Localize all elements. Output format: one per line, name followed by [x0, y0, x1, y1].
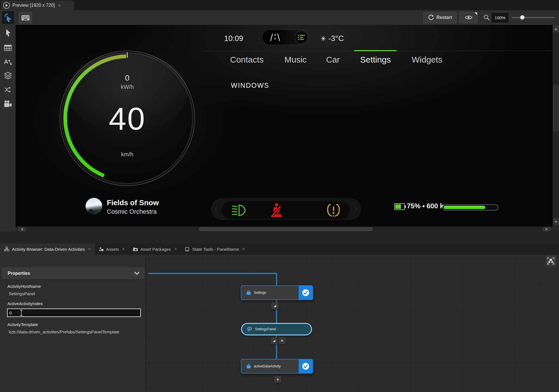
node-label: SettingsPanel: [255, 327, 276, 331]
properties-header[interactable]: Properties: [2, 267, 144, 280]
layers-tool-button[interactable]: [2, 70, 14, 82]
hmi-tab-widgets[interactable]: Widgets: [412, 55, 442, 65]
dropdown-corner-icon: [475, 12, 477, 15]
vertical-scroll-thumb[interactable]: [554, 85, 558, 132]
toolbar-separator: [17, 12, 17, 23]
toggle-knob[interactable]: [295, 31, 308, 44]
assets-icon: [99, 247, 104, 252]
preview-canvas: 10:09 ✳ -3°C Contacts: [16, 25, 552, 226]
battery-progress-bar: [442, 204, 498, 211]
pointer-interact-tool-button[interactable]: [2, 11, 14, 24]
branch-flow-tool-button[interactable]: [2, 84, 14, 96]
table-icon: [4, 44, 12, 52]
panel-tab-activity-browser[interactable]: Activity Browser: Data-Driven Activities: [0, 243, 95, 255]
road-icon: [270, 33, 280, 42]
properties-panel: Properties ActivityHostName SettingsPane…: [0, 255, 146, 392]
speed-gauge: 0 kW/h 40 km/h: [59, 50, 196, 187]
node-label: activeDataActivity: [254, 364, 281, 368]
right-arrow-icon: [546, 228, 548, 231]
scroll-right-button[interactable]: [543, 227, 551, 231]
graph-node-settings-panel[interactable]: SettingsPanel: [242, 324, 311, 335]
preview-tabbar: Preview [1920 x 720]: [0, 0, 559, 10]
scroll-up-button[interactable]: [553, 25, 559, 32]
active-activity-index-input[interactable]: [7, 309, 141, 317]
prop-active-index-label: ActiveActivityIndex: [7, 301, 43, 306]
zoom-level-field[interactable]: 100%: [492, 13, 508, 22]
zoom-magnifier-icon: [483, 14, 490, 21]
node-check-section[interactable]: [299, 359, 313, 373]
play-icon: [3, 2, 10, 9]
node-check-section[interactable]: [299, 286, 313, 299]
down-arrow-icon: [554, 221, 557, 223]
panel-tab-label: Assets: [106, 247, 119, 252]
close-icon[interactable]: [242, 247, 245, 251]
snowflake-icon: ✳: [320, 35, 326, 43]
close-icon[interactable]: [58, 3, 61, 8]
album-art: [86, 198, 102, 215]
drive-mode-toggle[interactable]: [262, 29, 309, 45]
text-cursor-icon: [19, 310, 23, 316]
zoom-slider[interactable]: [512, 17, 555, 18]
panel-divider-gap: [0, 232, 559, 243]
temperature-value: -3°C: [328, 34, 344, 43]
camera-tool-button[interactable]: [2, 98, 14, 110]
fit-graph-button[interactable]: [545, 256, 556, 266]
gauge-power-unit: kW/h: [59, 84, 196, 90]
preview-horizontal-scrollbar[interactable]: [16, 226, 552, 232]
text-nodes-icon: A: [4, 57, 12, 66]
prop-template-label: ActivityTemplate: [7, 322, 38, 327]
virtual-keyboard-button[interactable]: [19, 12, 32, 23]
activity-graph: Settings SettingsPanel: [146, 255, 559, 392]
zoom-slider-handle[interactable]: [520, 15, 524, 20]
hmi-tab-settings[interactable]: Settings: [360, 55, 391, 65]
fit-graph-icon: [547, 257, 554, 265]
restart-button[interactable]: Restart: [423, 12, 457, 23]
preview-vertical-scrollbar[interactable]: [552, 25, 559, 226]
scroll-left-button[interactable]: [18, 227, 26, 231]
preview-tab[interactable]: Preview [1920 x 720]: [1, 1, 74, 10]
tire-pressure-indicator-icon: [326, 204, 341, 217]
status-clock: 10:09: [224, 34, 243, 43]
add-node-button[interactable]: [274, 376, 281, 383]
node-body: activeDataActivity: [241, 359, 299, 373]
preview-visibility-button[interactable]: [460, 12, 478, 23]
zoom-level-value: 100%: [495, 15, 505, 20]
state-tools-icon: [185, 247, 190, 252]
close-icon[interactable]: [174, 247, 177, 251]
text-analysis-tool-button[interactable]: A: [2, 55, 14, 67]
status-temperature: ✳ -3°C: [320, 34, 344, 43]
hmi-tab-music[interactable]: Music: [284, 55, 307, 65]
media-artist: Cosmic Orchestra: [107, 208, 157, 215]
bottom-panel-tabbar: Activity Browser: Data-Driven Activities…: [0, 243, 559, 255]
connector-line: [148, 273, 277, 274]
close-icon[interactable]: [88, 247, 91, 251]
panel-tab-label: Activity Browser: Data-Driven Activities: [12, 247, 85, 252]
graph-node-settings[interactable]: Settings: [241, 285, 313, 300]
collapse-node-button[interactable]: [271, 302, 279, 309]
chevron-down-icon[interactable]: [134, 271, 140, 275]
carousel-next-icon[interactable]: ›: [354, 203, 358, 214]
svg-text:A: A: [4, 58, 8, 65]
hmi-tab-contacts[interactable]: Contacts: [230, 55, 263, 65]
add-node-button[interactable]: [279, 337, 286, 344]
graph-node-active-data-activity[interactable]: activeDataActivity: [241, 359, 313, 374]
hmi-tab-car[interactable]: Car: [326, 55, 340, 65]
grid-view-tool-button[interactable]: [2, 42, 14, 54]
activity-host-icon: [247, 327, 252, 332]
left-arrow-icon: [21, 228, 23, 231]
media-title: Fields of Snow: [107, 198, 159, 207]
panel-tab-state-tools[interactable]: State Tools - PanelName: [181, 243, 249, 255]
panel-tab-assets[interactable]: Assets: [95, 243, 129, 255]
battery-icon: [394, 203, 405, 210]
restart-label: Restart: [436, 15, 452, 20]
close-icon[interactable]: [122, 247, 125, 251]
prop-host-name-label: ActivityHostName: [7, 284, 41, 289]
carousel-prev-icon[interactable]: ‹: [214, 203, 218, 214]
horizontal-scroll-thumb[interactable]: [199, 227, 373, 231]
collapse-node-button[interactable]: [271, 337, 278, 344]
select-tool-button[interactable]: [2, 27, 14, 38]
scroll-down-button[interactable]: [553, 219, 559, 225]
activity-icon: [246, 364, 251, 369]
panel-tab-asset-packages[interactable]: Asset Packages: [129, 243, 181, 255]
panel-tab-label: Asset Packages: [141, 247, 171, 252]
